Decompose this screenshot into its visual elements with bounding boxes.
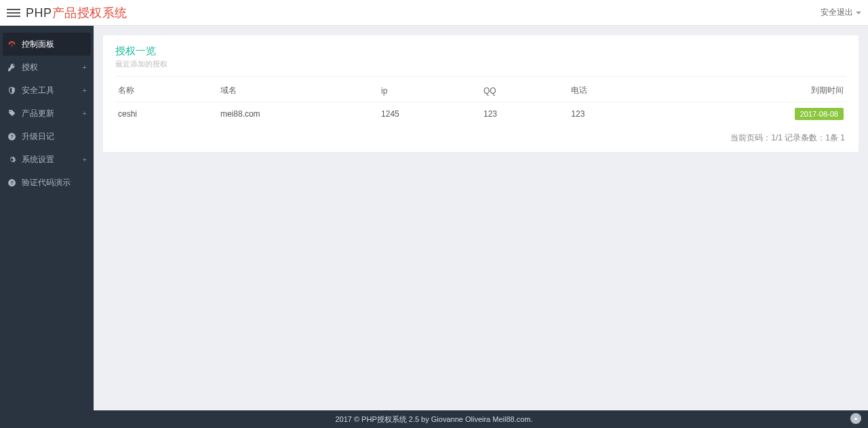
sidebar-item-security[interactable]: 安全工具 +	[0, 79, 94, 102]
sidebar-item-changelog[interactable]: ? 升级日记	[0, 125, 94, 148]
footer-text: 2017 © PHP授权系统 2.5 by Giovanne Oliveira …	[335, 414, 532, 425]
cell-phone: 123	[568, 102, 744, 126]
cell-expire: 2017-08-08	[744, 102, 846, 126]
panel-title: 授权一览	[115, 45, 846, 58]
sidebar-item-label: 系统设置	[22, 154, 54, 166]
menu-toggle-icon[interactable]	[7, 6, 20, 20]
shield-icon	[7, 85, 16, 95]
sidebar-item-label: 控制面板	[22, 39, 54, 50]
auth-table: 名称 域名 ip QQ 电话 到期时间 ceshi mei88.com 1245…	[115, 79, 846, 125]
sidebar-item-verify-demo[interactable]: ? 验证代码演示	[0, 171, 94, 194]
col-expire: 到期时间	[744, 79, 846, 102]
expand-icon: +	[83, 155, 87, 163]
col-domain: 域名	[218, 79, 378, 102]
expire-badge: 2017-08-08	[795, 108, 844, 120]
layout: 控制面板 授权 + 安全工具 + 产品更新 + ?	[0, 26, 868, 410]
sidebar-item-update[interactable]: 产品更新 +	[0, 102, 94, 125]
pager-info: 当前页码：1/1 记录条数：1条 1	[115, 125, 846, 145]
brand-suffix: 产品授权系统	[52, 6, 127, 20]
dashboard-icon	[7, 39, 16, 49]
scroll-top-button[interactable]	[850, 413, 861, 424]
topbar: PHP产品授权系统 安全退出	[0, 0, 868, 26]
panel-subtitle: 最近添加的授权	[115, 59, 846, 77]
cell-qq: 123	[481, 102, 568, 126]
svg-text:?: ?	[10, 134, 14, 140]
help-icon: ?	[7, 178, 16, 187]
col-qq: QQ	[481, 79, 568, 102]
sidebar-item-dashboard[interactable]: 控制面板	[3, 33, 91, 56]
col-phone: 电话	[568, 79, 744, 102]
table-row[interactable]: ceshi mei88.com 1245 123 123 2017-08-08	[115, 102, 846, 126]
footer: 2017 © PHP授权系统 2.5 by Giovanne Oliveira …	[0, 410, 868, 428]
sidebar-item-label: 安全工具	[22, 85, 54, 96]
sidebar-item-label: 升级日记	[22, 131, 54, 142]
cell-ip: 1245	[378, 102, 481, 126]
sidebar: 控制面板 授权 + 安全工具 + 产品更新 + ?	[0, 26, 94, 410]
help-icon: ?	[7, 132, 16, 141]
key-icon	[7, 62, 16, 72]
col-name: 名称	[115, 79, 218, 102]
expand-icon: +	[83, 109, 87, 117]
sidebar-item-settings[interactable]: 系统设置 +	[0, 148, 94, 171]
chevron-down-icon	[856, 12, 861, 14]
cell-name: ceshi	[115, 102, 218, 126]
tags-icon	[7, 109, 16, 118]
logout-label: 安全退出	[821, 7, 853, 18]
expand-icon: +	[83, 86, 87, 94]
panel-auth-list: 授权一览 最近添加的授权 名称 域名 ip QQ 电话 到期时间 ceshi	[103, 35, 859, 152]
expand-icon: +	[83, 63, 87, 71]
brand-title: PHP产品授权系统	[26, 5, 127, 21]
sidebar-item-label: 授权	[22, 62, 38, 73]
cogs-icon	[7, 155, 16, 164]
table-header-row: 名称 域名 ip QQ 电话 到期时间	[115, 79, 846, 102]
logout-dropdown[interactable]: 安全退出	[821, 7, 861, 18]
sidebar-item-label: 验证代码演示	[22, 177, 71, 189]
col-ip: ip	[378, 79, 481, 102]
sidebar-item-label: 产品更新	[22, 108, 54, 119]
brand-prefix: PHP	[26, 6, 52, 20]
svg-text:?: ?	[10, 180, 14, 186]
content-area: 授权一览 最近添加的授权 名称 域名 ip QQ 电话 到期时间 ceshi	[94, 26, 868, 410]
cell-domain: mei88.com	[218, 102, 378, 126]
sidebar-item-auth[interactable]: 授权 +	[0, 56, 94, 79]
